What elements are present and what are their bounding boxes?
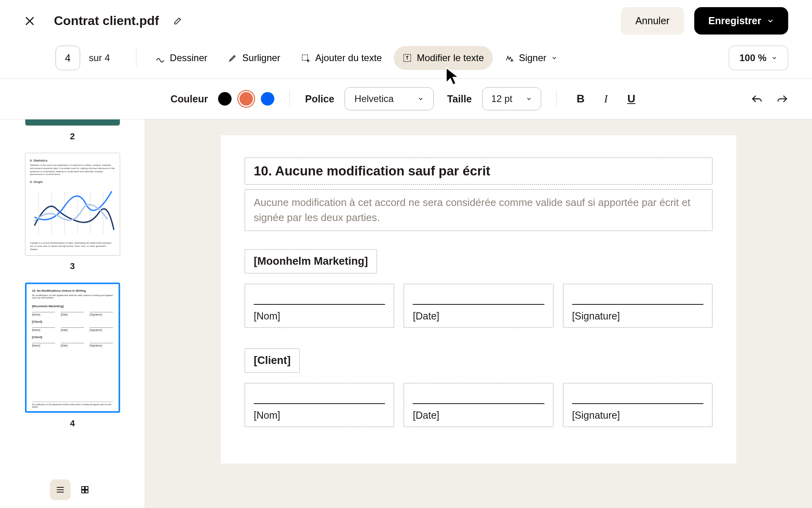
graph-icon [30,187,116,239]
editable-signature-field-2[interactable]: [Signature] [563,383,712,427]
svg-rect-20 [85,487,88,489]
redo-button[interactable] [776,94,788,104]
underline-button[interactable]: U [622,92,640,105]
editable-party-1[interactable]: [Moonhelm Marketing] [245,249,377,273]
draw-tool[interactable]: Dessiner [147,46,216,70]
chevron-down-icon [526,96,532,102]
page-total-label: sur 4 [89,52,110,64]
color-swatch-orange[interactable] [239,92,253,106]
thumbnail-page-4[interactable]: 10. No Modifications Unless in Writing N… [25,283,120,429]
page-content: 10. Aucune modification sauf par écrit A… [221,135,736,464]
font-select[interactable]: Helvetica [345,87,434,110]
divider [136,49,136,67]
thumbnail-sidebar: 2 8. Statistics Statistics is the study … [0,119,145,508]
thumbnail-page-3[interactable]: 8. Statistics Statistics is the study an… [25,153,120,271]
save-button-label: Enregistrer [709,15,761,27]
color-swatch-black[interactable] [218,92,232,106]
bold-button[interactable]: B [572,92,589,105]
close-button[interactable] [24,15,36,27]
editable-party-2[interactable]: [Client] [245,348,300,373]
size-select[interactable]: 12 pt [482,87,541,110]
edit-text-tool[interactable]: Modifier le texte [394,46,492,70]
editable-paragraph[interactable]: Aucune modification à cet accord ne sera… [245,189,712,231]
color-swatch-blue[interactable] [261,92,274,106]
editable-heading[interactable]: 10. Aucune modification sauf par écrit [245,158,712,185]
document-title: Contrat client.pdf [54,13,159,28]
editable-date-field-2[interactable]: [Date] [404,383,553,427]
zoom-select[interactable]: 100 % [729,46,788,70]
italic-button[interactable]: I [597,92,615,105]
save-button[interactable]: Enregistrer [694,7,788,35]
color-label: Couleur [170,93,208,105]
svg-rect-2 [302,55,308,60]
chevron-down-icon [417,96,424,102]
add-text-tool[interactable]: Ajouter du texte [292,46,391,70]
rename-icon[interactable] [173,17,182,25]
editable-name-field-1[interactable]: [Nom] [245,284,394,328]
sign-icon [505,53,514,63]
svg-rect-21 [82,490,84,493]
font-label: Police [305,93,334,105]
document-canvas[interactable]: 10. Aucune modification sauf par écrit A… [145,119,812,508]
grid-view-toggle[interactable] [75,479,95,500]
list-view-toggle[interactable] [50,479,71,500]
divider [289,90,290,108]
edit-text-icon [402,53,412,63]
add-text-icon [301,53,310,63]
draw-icon [155,53,165,63]
chevron-down-icon [771,55,778,61]
svg-rect-22 [85,490,88,493]
svg-rect-19 [82,487,84,489]
editable-signature-field-1[interactable]: [Signature] [563,284,712,328]
divider [556,90,557,108]
undo-button[interactable] [751,94,763,104]
sign-tool[interactable]: Signer [496,46,566,70]
size-label: Taille [447,93,472,105]
chevron-down-icon [767,17,774,25]
editable-date-field-1[interactable]: [Date] [404,284,553,328]
cancel-button[interactable]: Annuler [621,7,684,35]
chevron-down-icon [551,55,557,61]
thumbnail-page-2[interactable]: 2 [25,119,120,142]
page-number-input[interactable] [56,46,80,70]
highlight-icon [228,53,237,63]
editable-name-field-2[interactable]: [Nom] [245,383,394,427]
highlight-tool[interactable]: Surligner [219,46,289,70]
